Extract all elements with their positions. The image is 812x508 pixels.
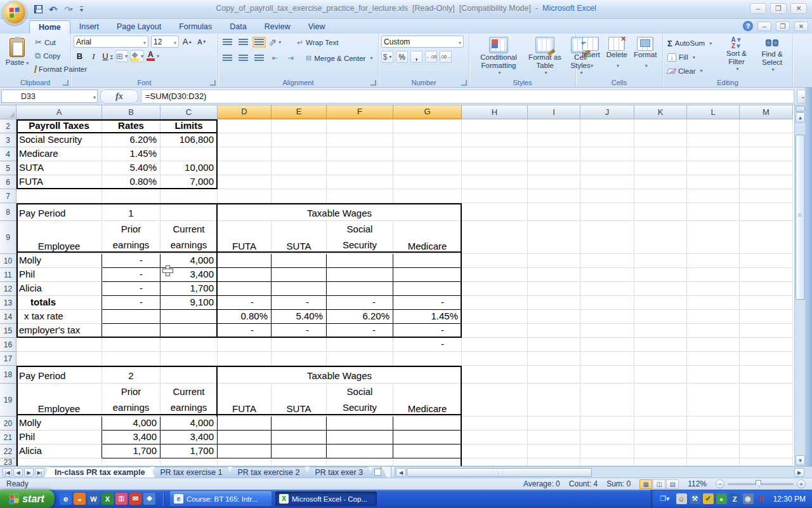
shrink-font-button[interactable]: A▼ — [196, 36, 208, 48]
row-header-8[interactable]: 8 — [0, 203, 16, 221]
start-button[interactable]: start — [0, 490, 55, 508]
cell-K22[interactable] — [634, 444, 687, 458]
cell-J16[interactable] — [580, 338, 634, 352]
cell-L5[interactable] — [687, 161, 740, 175]
conditional-formatting-button[interactable]: Conditional Formatting — [472, 36, 525, 77]
cell-J5[interactable] — [580, 161, 634, 175]
cell-F12[interactable] — [327, 282, 393, 296]
cell-A11[interactable]: Phil — [16, 268, 102, 282]
cell-K4[interactable] — [634, 147, 687, 161]
zoom-slider-track[interactable] — [728, 483, 794, 485]
cell-L10[interactable] — [687, 254, 740, 268]
row-header-5[interactable]: 5 — [0, 161, 16, 175]
row-header-15[interactable]: 15 — [0, 324, 16, 338]
cell-I2[interactable] — [528, 119, 580, 133]
cell-H15[interactable] — [462, 324, 528, 338]
insert-worksheet-tab[interactable] — [368, 467, 387, 478]
cell-B5[interactable]: 5.40% — [102, 161, 160, 175]
cell-K16[interactable] — [634, 338, 687, 352]
cell-A20[interactable]: Molly — [16, 417, 102, 431]
cell-B20[interactable]: 4,000 — [102, 417, 160, 431]
cell-A22[interactable]: Alicia — [16, 444, 102, 458]
cell-G6[interactable] — [393, 175, 462, 189]
zoom-level[interactable]: 112% — [688, 479, 707, 488]
cell-M2[interactable] — [740, 119, 793, 133]
cell-F3[interactable] — [327, 133, 393, 147]
cell-H18[interactable] — [462, 366, 528, 384]
cell-C9[interactable]: Current earnings — [160, 221, 218, 254]
cell-C8[interactable] — [160, 203, 218, 221]
cell-B14[interactable] — [102, 310, 160, 324]
cell-I17[interactable] — [528, 352, 580, 366]
cell-M12[interactable] — [740, 282, 793, 296]
cell-A5[interactable]: SUTA — [16, 161, 102, 175]
cell-K6[interactable] — [634, 175, 687, 189]
cell-J2[interactable] — [580, 119, 634, 133]
grow-font-button[interactable]: A▲ — [181, 36, 193, 48]
cell-D3[interactable] — [218, 133, 272, 147]
cell-C11[interactable]: 3,400 — [160, 268, 218, 282]
cell-H23[interactable] — [462, 458, 528, 466]
cell-I11[interactable] — [528, 268, 580, 282]
cell-L14[interactable] — [687, 310, 740, 324]
cell-D21[interactable] — [218, 431, 272, 444]
cell-H11[interactable] — [462, 268, 528, 282]
cell-G15[interactable]: - — [393, 324, 462, 338]
cell-I20[interactable] — [528, 417, 580, 431]
column-header-K[interactable]: K — [634, 105, 687, 119]
firefox-icon[interactable]: ◒ — [74, 493, 86, 505]
row-header-20[interactable]: 20 — [0, 417, 16, 431]
cell-K20[interactable] — [634, 417, 687, 431]
row-header-17[interactable]: 17 — [0, 352, 16, 366]
cell-H12[interactable] — [462, 282, 528, 296]
cell-B21[interactable]: 3,400 — [102, 431, 160, 444]
cell-M23[interactable] — [740, 458, 793, 466]
column-header-F[interactable]: F — [327, 105, 393, 119]
cell-C18[interactable] — [160, 366, 218, 384]
format-cells-button[interactable]: Format — [631, 36, 660, 77]
horizontal-scrollbar[interactable]: ◀ ▶ — [395, 467, 812, 478]
cell-L4[interactable] — [687, 147, 740, 161]
cell-H7[interactable] — [462, 189, 528, 203]
cell-A3[interactable]: Social Security — [16, 133, 102, 147]
cell-I22[interactable] — [528, 444, 580, 458]
cell-F21[interactable] — [327, 431, 393, 444]
cell-G14[interactable]: 1.45% — [393, 310, 462, 324]
align-right-button[interactable] — [252, 52, 265, 64]
formula-input[interactable]: =SUM(D30:D32) — [141, 90, 794, 104]
cell-G22[interactable] — [393, 444, 462, 458]
keys-icon[interactable]: ⚿ — [115, 493, 128, 505]
font-dialog-launcher-icon[interactable] — [210, 80, 216, 86]
italic-button[interactable]: I — [88, 50, 100, 62]
cell-D19[interactable]: FUTA — [218, 384, 272, 417]
cell-M15[interactable] — [740, 324, 793, 338]
cell-E13[interactable]: - — [272, 296, 327, 310]
cell-G2[interactable] — [393, 119, 462, 133]
cell-C23[interactable] — [160, 458, 218, 466]
column-header-I[interactable]: I — [528, 105, 580, 119]
underline-button[interactable]: U — [102, 50, 114, 62]
cell-J7[interactable] — [580, 189, 634, 203]
cell-M13[interactable] — [740, 296, 793, 310]
accounting-format-button[interactable]: $ — [381, 51, 393, 63]
cell-F13[interactable]: - — [327, 296, 393, 310]
row-header-23[interactable]: 23 — [0, 458, 16, 466]
cell-E9[interactable]: SUTA — [272, 221, 327, 254]
cell-D15[interactable]: - — [218, 324, 272, 338]
cell-G19[interactable]: Medicare — [393, 384, 462, 417]
cell-L21[interactable] — [687, 431, 740, 444]
horizontal-scroll-thumb[interactable] — [407, 468, 592, 477]
cell-M5[interactable] — [740, 161, 793, 175]
cell-K8[interactable] — [634, 203, 687, 221]
page-layout-view-icon[interactable]: ◫ — [653, 479, 665, 489]
tray-shield-icon[interactable]: ✔ — [703, 493, 714, 504]
insert-function-button[interactable]: fx — [100, 90, 138, 104]
row-header-10[interactable]: 10 — [0, 254, 16, 268]
show-hidden-icons[interactable]: ❐▾ — [660, 495, 669, 503]
sheet-tab-pr-tax-exer-3[interactable]: PR tax exer 3 — [304, 467, 373, 478]
cell-E10[interactable] — [272, 254, 327, 268]
cell-A21[interactable]: Phil — [16, 431, 102, 444]
increase-indent-button[interactable]: ⇥ — [284, 52, 297, 64]
tab-view[interactable]: View — [299, 20, 334, 34]
cell-C22[interactable]: 1,700 — [160, 444, 218, 458]
